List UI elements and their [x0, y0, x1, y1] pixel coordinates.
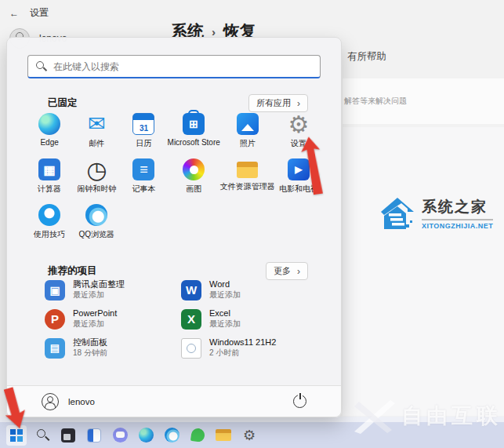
recommended-item-powerpoint[interactable]: PPowerPoint最近添加 — [45, 308, 181, 330]
desktop-organizer-icon: ▣ — [45, 280, 65, 300]
green-app-icon — [190, 428, 205, 443]
calculator-icon: ▦ — [38, 158, 60, 180]
windows-start-icon — [10, 429, 23, 442]
search-box[interactable] — [27, 55, 321, 78]
recommended-item-windows11-file[interactable]: Windows11 21H22 小时前 — [181, 337, 317, 359]
pinned-app-file-explorer[interactable]: 文件资源管理器 — [220, 158, 275, 202]
pinned-app-notepad[interactable]: ≡记事本 — [120, 158, 167, 202]
chevron-right-icon: › — [297, 266, 300, 277]
qq-browser-icon — [165, 428, 179, 443]
pinned-app-paint[interactable]: 画图 — [168, 158, 220, 202]
edge-icon — [38, 113, 60, 135]
search-icon — [36, 61, 46, 71]
notepad-icon: ≡ — [132, 158, 154, 180]
powerpoint-icon: P — [45, 309, 65, 330]
pinned-app-qq-browser[interactable]: QQ浏览器 — [73, 204, 120, 247]
excel-icon: X — [181, 309, 201, 330]
folder-icon — [237, 162, 258, 178]
pinned-app-microsoft-store[interactable]: ⊞Microsoft Store — [168, 113, 220, 156]
control-panel-icon: ▤ — [45, 338, 65, 359]
desktop — [0, 417, 504, 422]
taskbar-desktop-app-button[interactable] — [58, 425, 78, 446]
taskbar-chat-button[interactable] — [110, 425, 130, 446]
folder-icon — [216, 429, 231, 441]
search-input[interactable] — [53, 61, 312, 72]
search-icon — [37, 429, 49, 441]
paint-icon — [183, 158, 205, 180]
recommended-section-title: 推荐的项目 — [48, 264, 97, 278]
chat-icon — [113, 428, 128, 443]
start-menu: 已固定 所有应用 › Edge ✉邮件 31日历 ⊞Microsoft Stor… — [6, 37, 342, 417]
pinned-app-photos[interactable]: 照片 — [220, 113, 275, 156]
taskbar-qq-browser-button[interactable] — [161, 425, 182, 446]
taskbar-search-button[interactable] — [32, 425, 53, 446]
gear-icon: ⚙ — [288, 113, 310, 135]
recommended-item-desktop-organizer[interactable]: ▣腾讯桌面整理最近添加 — [45, 279, 181, 300]
pinned-app-mail[interactable]: ✉邮件 — [73, 113, 120, 156]
chevron-right-icon: › — [297, 98, 300, 109]
settings-titlebar: ← 设置 — [9, 6, 49, 20]
photos-icon — [237, 113, 259, 135]
pinned-apps-grid: Edge ✉邮件 31日历 ⊞Microsoft Store 照片 ⚙设置 ▦计… — [26, 113, 322, 247]
chevron-right-icon: › — [212, 25, 216, 38]
movies-tv-icon: ▶ — [288, 158, 310, 180]
widgets-icon — [87, 428, 101, 443]
watermark-title: 系统之家 — [422, 197, 493, 217]
calendar-icon: 31 — [132, 113, 154, 135]
pinned-app-edge[interactable]: Edge — [26, 113, 73, 156]
user-icon — [42, 393, 59, 410]
tips-icon — [38, 204, 60, 226]
pinned-app-tips[interactable]: 使用技巧 — [26, 204, 73, 247]
taskbar-settings-button[interactable]: ⚙ — [239, 425, 259, 446]
more-button[interactable]: 更多 › — [266, 262, 308, 280]
settings-card — [343, 127, 504, 416]
user-name: lenovo — [68, 397, 95, 406]
qq-browser-icon — [85, 204, 107, 226]
settings-link-text[interactable]: 解答等来解决问题 — [344, 96, 407, 107]
xitongzhijia-logo-icon — [379, 193, 415, 234]
pinned-app-calendar[interactable]: 31日历 — [120, 113, 167, 156]
taskbar-edge-button[interactable] — [136, 425, 156, 446]
power-button[interactable] — [293, 395, 306, 408]
user-profile-button[interactable]: lenovo — [42, 393, 95, 410]
recommended-item-word[interactable]: WWord最近添加 — [181, 279, 317, 300]
recommended-grid: ▣腾讯桌面整理最近添加 WWord最近添加 PPowerPoint最近添加 XE… — [45, 279, 317, 359]
start-menu-footer: lenovo — [7, 385, 341, 417]
clock-icon: ◷ — [85, 158, 107, 180]
back-arrow-icon[interactable]: ← — [9, 8, 19, 19]
store-icon: ⊞ — [183, 113, 205, 135]
pinned-app-calculator[interactable]: ▦计算器 — [26, 158, 73, 202]
taskbar-widgets-button[interactable] — [84, 425, 104, 446]
watermark-subtitle: XITONGZHIJIA.NET — [422, 219, 493, 230]
taskbar-file-explorer-button[interactable] — [213, 425, 234, 446]
watermark-xitongzhijia: 系统之家 XITONGZHIJIA.NET — [379, 193, 502, 234]
taskbar-green-app-button[interactable] — [187, 425, 208, 446]
mail-icon: ✉ — [85, 113, 107, 135]
recommended-item-control-panel[interactable]: ▤控制面板18 分钟前 — [45, 337, 181, 359]
document-icon — [181, 338, 201, 359]
taskbar: ⚙ — [0, 422, 504, 448]
pinned-app-movies-tv[interactable]: ▶电影和电视 — [275, 158, 322, 202]
gear-icon: ⚙ — [243, 428, 256, 443]
desktop-app-icon — [61, 428, 75, 443]
recommended-item-excel[interactable]: XExcel最近添加 — [181, 308, 317, 330]
pinned-section-title: 已固定 — [48, 97, 78, 110]
settings-description-text: 有所帮助 — [347, 50, 386, 64]
word-icon: W — [181, 280, 201, 300]
taskbar-start-button[interactable] — [6, 425, 27, 446]
edge-icon — [139, 428, 154, 443]
pinned-app-alarms-clock[interactable]: ◷闹钟和时钟 — [73, 158, 120, 202]
window-title: 设置 — [30, 6, 49, 20]
pinned-app-settings[interactable]: ⚙设置 — [275, 113, 322, 156]
